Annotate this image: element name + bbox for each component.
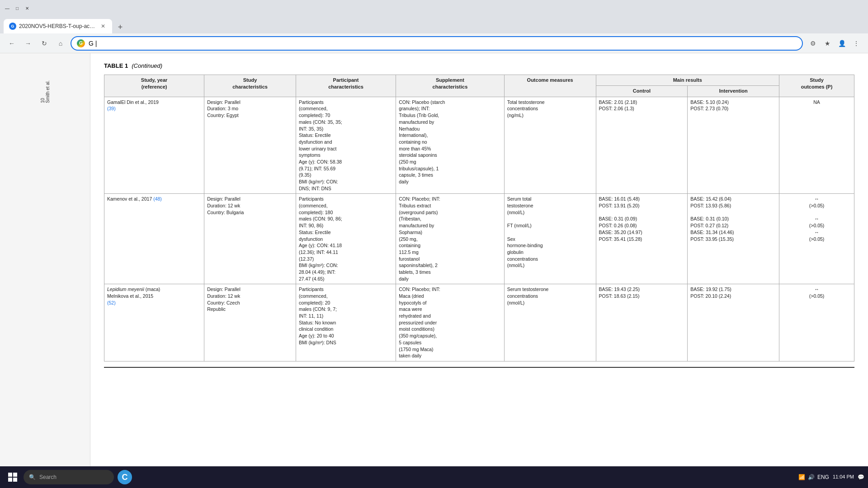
taskbar-right: 📶 🔊 ENG 11:04 PM 💬 xyxy=(798,474,864,480)
cell-outcomes-2: ↔(>0.05) ↔(>0.05) ↔(>0.05) xyxy=(779,194,854,284)
home-button[interactable]: ⌂ xyxy=(54,37,67,50)
cell-outcome-3: Serum testosterone concentrations (nmol/… xyxy=(504,284,596,361)
browser-toolbar: ← → ↻ ⌂ G ⚙ ★ 👤 ⋮ xyxy=(0,33,868,53)
windows-logo xyxy=(8,473,17,482)
tab-bar: G 2020NOV5-HERBS-T-oup-accep ✕ + xyxy=(0,16,868,33)
active-tab[interactable]: G 2020NOV5-HERBS-T-oup-accep ✕ xyxy=(4,19,112,33)
taskbar-search[interactable]: 🔍 Search xyxy=(24,470,114,484)
table-row: GamalEl Din et al., 2019 (39) Design: Pa… xyxy=(104,97,854,194)
system-clock[interactable]: 11:04 PM xyxy=(833,474,854,480)
tab-close-button[interactable]: ✕ xyxy=(99,23,107,30)
cell-study-2: Kamenov et al., 2017 (48) xyxy=(104,194,204,284)
clock-time: 11:04 PM xyxy=(833,474,854,480)
table-subtitle: (Continued) xyxy=(132,62,162,69)
cell-supplement-1: CON: Placebo (starch granules); INT: Tri… xyxy=(396,97,505,194)
cell-outcome-2: Serum total testosterone (nmol/L) FT (nm… xyxy=(504,194,596,284)
col-header-outcome: Outcome measures xyxy=(504,75,596,97)
search-placeholder: Search xyxy=(39,474,57,480)
forward-button[interactable]: → xyxy=(22,37,34,50)
table-title: TABLE 1 xyxy=(104,62,128,69)
start-button[interactable] xyxy=(4,468,22,486)
table-row: Lepidium meyenii (maca) Melnikova et al.… xyxy=(104,284,854,361)
cell-study-1: GamalEl Din et al., 2019 (39) xyxy=(104,97,204,194)
table-row: Kamenov et al., 2017 (48) Design: Parall… xyxy=(104,194,854,284)
cell-intervention-2: BASE: 15.42 (6.04) POST: 13.93 (5.86) BA… xyxy=(688,194,779,284)
col-header-main-results: Main results xyxy=(596,75,779,86)
cell-study-char-3: Design: Parallel Duration: 12 wk Country… xyxy=(204,284,296,361)
new-tab-button[interactable]: + xyxy=(114,21,127,33)
page-content[interactable]: TABLE 1 (Continued) Study, year(referenc… xyxy=(90,53,868,466)
author-label: Smith et al. xyxy=(45,80,50,103)
close-button[interactable]: ✕ xyxy=(24,5,31,12)
cell-study-char-1: Design: Parallel Duration: 3 mo Country:… xyxy=(204,97,296,194)
cell-outcome-1: Total testosterone concentrations (ng/mL… xyxy=(504,97,596,194)
google-icon: G xyxy=(77,39,85,47)
search-icon: 🔍 xyxy=(29,474,36,480)
cell-participant-1: Participants (commenced, completed): 70 … xyxy=(296,97,396,194)
sidebar-label: 10 Smith et al. xyxy=(40,80,50,103)
language-indicator: ENG xyxy=(817,474,829,480)
col-header-participant: Participantcharacteristics xyxy=(296,75,396,97)
cell-intervention-3: BASE: 19.92 (1.75) POST: 20.10 (2.24) xyxy=(688,284,779,361)
browser-content: 10 Smith et al. TABLE 1 (Continued) Stud… xyxy=(0,53,868,466)
menu-icon[interactable]: ⋮ xyxy=(850,37,863,50)
cell-supplement-2: CON: Placebo; INT: Tribulus extract (ove… xyxy=(396,194,505,284)
page-number: 10 xyxy=(40,98,45,103)
maximize-button[interactable]: □ xyxy=(14,5,21,12)
account-icon[interactable]: 👤 xyxy=(835,37,848,50)
col-header-study: Study, year(reference) xyxy=(104,75,204,97)
address-input[interactable] xyxy=(89,40,797,47)
address-bar[interactable]: G xyxy=(71,36,803,51)
cell-control-3: BASE: 19.43 (2.25) POST: 18.63 (2.15) xyxy=(596,284,688,361)
cell-study-char-2: Design: Parallel Duration: 12 wk Country… xyxy=(204,194,296,284)
bookmark-icon[interactable]: ★ xyxy=(821,37,834,50)
tab-title: 2020NOV5-HERBS-T-oup-accep xyxy=(19,23,97,29)
volume-icon: 🔊 xyxy=(808,474,815,480)
minimize-button[interactable]: — xyxy=(4,5,11,12)
cell-participant-2: Participants (commenced, completed): 180… xyxy=(296,194,396,284)
col-header-study-char: Studycharacteristics xyxy=(204,75,296,97)
taskbar-chrome-app[interactable]: C xyxy=(118,470,132,484)
toolbar-icons: ⚙ ★ 👤 ⋮ xyxy=(807,37,863,50)
main-table: Study, year(reference) Studycharacterist… xyxy=(104,75,854,361)
cell-control-2: BASE: 16.01 (5.48) POST: 13.91 (5.20) BA… xyxy=(596,194,688,284)
taskbar: 🔍 Search C 📶 🔊 ENG 11:04 PM 💬 xyxy=(0,466,868,488)
taskbar-apps: C xyxy=(118,470,132,484)
window-controls[interactable]: — □ ✕ xyxy=(4,5,31,12)
cell-participant-3: Participants (commenced, completed): 20 … xyxy=(296,284,396,361)
col-header-study-outcomes: Studyoutcomes (P) xyxy=(779,75,854,97)
network-icon: 📶 xyxy=(798,474,805,480)
cell-outcomes-3: ↔(>0.05) xyxy=(779,284,854,361)
cell-intervention-1: BASE: 5.10 (0.24) POST: 2.73 (0.70) xyxy=(688,97,779,194)
system-tray: 📶 🔊 ENG xyxy=(798,474,829,480)
sidebar-strip: 10 Smith et al. xyxy=(0,53,90,466)
col-header-intervention: Intervention xyxy=(688,86,779,97)
browser-titlebar: — □ ✕ xyxy=(0,0,868,16)
tab-favicon: G xyxy=(9,23,16,30)
cell-outcomes-1: NA xyxy=(779,97,854,194)
cell-study-3: Lepidium meyenii (maca) Melnikova et al.… xyxy=(104,284,204,361)
col-header-control: Control xyxy=(596,86,688,97)
col-header-supplement: Supplementcharacteristics xyxy=(396,75,505,97)
cell-supplement-3: CON: Placebo; INT: Maca (dried hypocotyl… xyxy=(396,284,505,361)
reload-button[interactable]: ↻ xyxy=(38,37,51,50)
cell-control-1: BASE: 2.01 (2.18) POST: 2.06 (1.3) xyxy=(596,97,688,194)
notification-icon[interactable]: 💬 xyxy=(858,474,864,480)
back-button[interactable]: ← xyxy=(5,37,18,50)
extensions-icon[interactable]: ⚙ xyxy=(807,37,819,50)
table-header-row: TABLE 1 (Continued) xyxy=(104,62,854,69)
